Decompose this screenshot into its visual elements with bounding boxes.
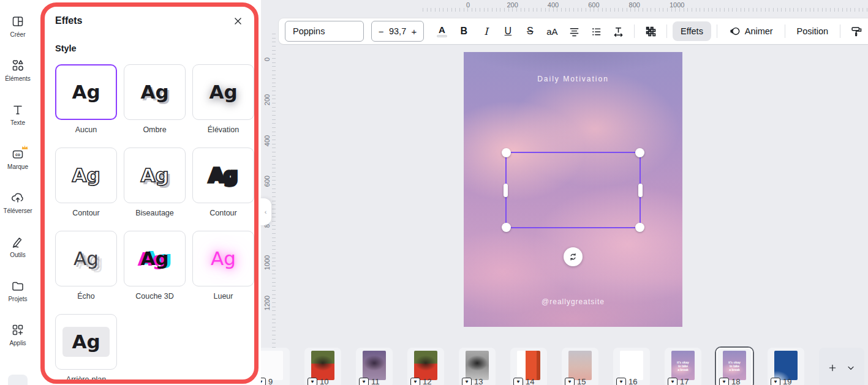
effect-style-preview[interactable]: Ag: [55, 231, 117, 286]
page-thumbnail[interactable]: it's okay to take a break ♥ 11: [356, 348, 393, 385]
page-number: 14: [526, 377, 534, 385]
selection-box[interactable]: [505, 152, 641, 228]
ruler-label: 0: [263, 58, 271, 61]
effect-style-label: Biseautage: [135, 209, 174, 217]
projects-icon: [10, 278, 25, 293]
page-thumbnail[interactable]: it's okay to take a break ♥ 13: [459, 348, 496, 385]
effect-style-option[interactable]: Ag Biseautage: [124, 148, 186, 231]
horizontal-ruler: 02004006008001000: [279, 0, 868, 12]
page-thumbnail[interactable]: it's okay to take a break ♥ 15: [562, 348, 598, 385]
effects-button[interactable]: Effets: [673, 21, 711, 41]
effect-style-preview[interactable]: Ag: [55, 64, 117, 120]
transparency-checkerboard-icon: [644, 25, 657, 38]
list-button[interactable]: [586, 21, 606, 42]
text-case-button[interactable]: aA: [542, 21, 562, 42]
page-thumbnail[interactable]: it's okay to take a break ♥ 12: [407, 348, 444, 385]
effect-style-label: Contour: [209, 209, 236, 217]
sidebar-item-projets[interactable]: Projets: [0, 268, 36, 312]
design-page[interactable]: Daily Motivation @reallygreatsite: [464, 52, 682, 327]
page-badge: ♥ 19: [771, 377, 791, 385]
copy-style-button[interactable]: [846, 21, 867, 42]
effect-style-option[interactable]: Ag Contour: [192, 148, 254, 231]
animate-button[interactable]: Animer: [723, 20, 779, 42]
heart-icon: ♥: [565, 378, 575, 385]
effect-style-preview[interactable]: Ag: [192, 148, 254, 203]
effect-style-option[interactable]: Ag Écho: [55, 231, 117, 314]
resize-handle-bottom-left[interactable]: [502, 223, 511, 232]
underline-button[interactable]: U: [497, 21, 518, 42]
resize-handle-top-right[interactable]: [635, 148, 644, 157]
poster-kicker-text[interactable]: Daily Motivation: [464, 75, 682, 83]
page-thumbnail[interactable]: it's okay to take a break ♥ 16: [613, 348, 650, 385]
effect-style-option[interactable]: Ag Aucun: [55, 64, 117, 148]
sidebar-item-applis[interactable]: Applis: [0, 312, 36, 356]
font-family-select[interactable]: Poppins: [285, 21, 364, 42]
collapse-filmstrip-button[interactable]: [846, 363, 856, 373]
page-thumbnail[interactable]: it's okay to take a break ♥ 18: [716, 348, 753, 385]
canva-editor: 02004006008001000 020040060080010001200 …: [0, 0, 868, 385]
page-thumbnail-image: it's okay to take a break: [363, 351, 386, 380]
resize-handle-right[interactable]: [638, 184, 643, 197]
font-size-value[interactable]: 93,7: [389, 26, 406, 36]
effect-style-option[interactable]: Ag Arrière-plan: [55, 314, 117, 384]
effect-style-label: Élévation: [208, 125, 239, 134]
heart-icon: ♥: [308, 378, 317, 385]
effect-style-preview[interactable]: Ag: [55, 148, 117, 203]
effect-style-preview[interactable]: Ag: [192, 64, 254, 120]
effect-style-preview[interactable]: Ag: [55, 314, 117, 370]
text-color-button[interactable]: A: [431, 21, 452, 42]
effect-style-preview[interactable]: Ag: [124, 231, 186, 286]
transparency-button[interactable]: [640, 21, 661, 42]
ruler-label: 800: [629, 1, 640, 9]
sidebar-help-button[interactable]: [8, 375, 28, 385]
premium-crown-icon: [21, 143, 29, 151]
sidebar-item-creer[interactable]: Créer: [0, 4, 36, 48]
page-badge: ♥ 12: [410, 377, 431, 385]
position-button[interactable]: Position: [791, 21, 835, 41]
effect-style-label: Lueur: [214, 292, 233, 301]
effect-style-preview[interactable]: Ag: [124, 148, 186, 203]
sidebar-item-elements[interactable]: Éléments: [0, 48, 36, 92]
page-thumbnail[interactable]: it's okay to take a break ♥ 17: [665, 348, 701, 385]
page-badge: ♥ 11: [359, 377, 380, 385]
upload-icon: [10, 190, 25, 205]
heart-icon: ♥: [410, 378, 420, 385]
page-filmstrip: it's okay to take a break ♥ 9 it's okay …: [253, 348, 804, 385]
effect-style-option[interactable]: Ag Ombre: [124, 64, 186, 148]
page-thumbnail[interactable]: it's okay to take a break ♥ 19: [768, 348, 804, 385]
resize-handle-bottom-right[interactable]: [635, 223, 644, 232]
page-number: 17: [680, 377, 689, 385]
sidebar-item-televerser[interactable]: Téléverser: [0, 180, 36, 224]
bold-button[interactable]: B: [453, 21, 474, 42]
ruler-label: 200: [263, 94, 271, 105]
strikethrough-button[interactable]: S: [519, 21, 540, 42]
effect-style-preview[interactable]: Ag: [192, 231, 254, 286]
effect-style-option[interactable]: Ag Couche 3D: [124, 231, 186, 314]
alignment-button[interactable]: [564, 21, 584, 42]
page-thumbnail[interactable]: it's okay to take a break ♥ 14: [510, 348, 547, 385]
close-panel-button[interactable]: [230, 13, 246, 29]
heart-icon: ♥: [719, 378, 729, 385]
sidebar-item-texte[interactable]: Texte: [0, 92, 36, 136]
page-badge: ♥ 16: [616, 377, 637, 385]
effect-style-preview[interactable]: Ag: [124, 64, 186, 120]
ruler-label: 400: [548, 1, 559, 9]
sidebar-item-marque[interactable]: co Marque: [0, 136, 36, 180]
effect-style-option[interactable]: Ag Élévation: [192, 64, 254, 148]
resize-handle-top-left[interactable]: [502, 148, 511, 157]
effect-style-option[interactable]: Ag Contour: [55, 148, 117, 231]
font-size-decrease-button[interactable]: −: [379, 26, 384, 37]
add-page-button[interactable]: [828, 363, 837, 373]
font-size-increase-button[interactable]: +: [412, 26, 417, 37]
poster-credit-text[interactable]: @reallygreatsite: [464, 297, 682, 306]
svg-text:co: co: [15, 152, 20, 157]
italic-button[interactable]: I: [475, 21, 496, 42]
sidebar-item-outils[interactable]: Outils: [0, 224, 36, 268]
page-thumbnail[interactable]: it's okay to take a break ♥ 10: [304, 348, 341, 385]
effect-style-option[interactable]: Ag Lueur: [192, 231, 254, 314]
resize-handle-left[interactable]: [504, 184, 508, 197]
panel-collapse-handle[interactable]: ‹: [260, 198, 271, 225]
rotate-handle[interactable]: [564, 247, 583, 266]
page-thumbnail-image: it's okay to take a break: [620, 351, 643, 380]
letter-spacing-button[interactable]: [608, 21, 628, 42]
